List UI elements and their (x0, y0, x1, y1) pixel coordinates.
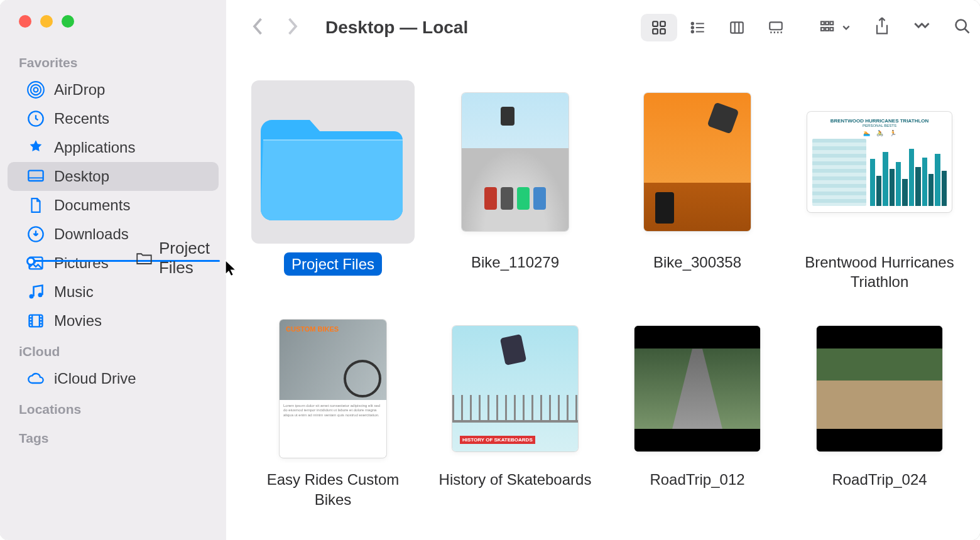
sidebar: Favorites AirDrop Recents Applications D… (0, 0, 226, 540)
file-item-image[interactable]: Bike_300358 (616, 80, 779, 291)
file-label: Bike_110279 (471, 252, 559, 272)
doc-title: BRENTWOOD HURRICANES TRIATHLON (812, 118, 947, 124)
sidebar-item-documents[interactable]: Documents (8, 191, 219, 220)
sidebar-item-icloud-drive[interactable]: iCloud Drive (8, 364, 219, 393)
svg-rect-16 (731, 22, 743, 33)
file-item-video[interactable]: RoadTrip_024 (798, 316, 961, 509)
sidebar-item-label: Applications (54, 139, 135, 156)
image-thumbnail (616, 80, 779, 244)
image-thumbnail: HISTORY OF SKATEBOARDS (433, 316, 597, 461)
file-item-document[interactable]: BRENTWOOD HURRICANES TRIATHLON PERSONAL … (798, 80, 961, 291)
svg-rect-4 (28, 171, 43, 181)
close-button[interactable] (19, 15, 31, 28)
svg-rect-12 (660, 29, 665, 34)
svg-point-24 (956, 20, 966, 30)
svg-rect-23 (830, 28, 833, 31)
file-label: Brentwood Hurricanes Triathlon (798, 252, 961, 291)
svg-rect-9 (653, 21, 658, 26)
sidebar-item-label: AirDrop (54, 81, 105, 99)
sidebar-item-airdrop[interactable]: AirDrop (8, 75, 219, 104)
video-thumbnail (798, 316, 961, 461)
document-icon (26, 196, 45, 215)
view-switcher (638, 11, 797, 44)
svg-rect-20 (830, 21, 833, 24)
svg-rect-17 (770, 22, 782, 30)
airdrop-icon (26, 80, 45, 99)
main-area: Desktop — Local (226, 0, 980, 540)
sidebar-section-icloud: iCloud (0, 335, 226, 364)
view-list-button[interactable] (680, 14, 716, 41)
nav-arrows (251, 17, 299, 38)
file-item-image[interactable]: CUSTOM BIKES Lorem ipsum dolor sit amet … (251, 316, 415, 509)
file-item-image[interactable]: Bike_110279 (433, 80, 597, 291)
sidebar-item-label: Documents (54, 197, 130, 214)
svg-point-0 (34, 88, 38, 92)
image-thumbnail: CUSTOM BIKES Lorem ipsum dolor sit amet … (251, 316, 415, 461)
svg-point-14 (692, 26, 694, 28)
group-button[interactable] (819, 20, 851, 35)
toolbar: Desktop — Local (226, 0, 980, 55)
sidebar-item-label: Recents (54, 110, 109, 127)
sidebar-section-locations: Locations (0, 393, 226, 422)
file-label: Project Files (284, 252, 382, 276)
cursor-icon (224, 259, 240, 278)
window-title: Desktop — Local (325, 18, 468, 38)
music-icon (26, 283, 45, 301)
doc-subtitle: PERSONAL BESTS (812, 124, 947, 127)
svg-rect-19 (825, 21, 829, 24)
video-thumbnail (616, 316, 779, 461)
svg-rect-22 (825, 28, 829, 31)
svg-rect-11 (653, 29, 658, 34)
desktop-icon (26, 167, 45, 186)
back-button[interactable] (251, 17, 265, 38)
drag-ghost: Project Files (136, 239, 226, 278)
sidebar-item-label: Movies (54, 312, 102, 330)
window-controls (0, 15, 226, 28)
image-thumbnail (433, 80, 597, 244)
toolbar-right (819, 16, 971, 39)
file-label: RoadTrip_012 (650, 470, 744, 489)
svg-rect-10 (660, 21, 665, 26)
zoom-button[interactable] (62, 15, 74, 28)
folder-icon (251, 80, 415, 244)
file-label: Easy Rides Custom Bikes (251, 470, 415, 509)
svg-point-1 (31, 85, 41, 95)
svg-rect-18 (821, 21, 824, 24)
applications-icon (26, 138, 45, 157)
sidebar-section-tags: Tags (0, 422, 226, 451)
chevron-down-icon (842, 23, 851, 32)
file-item-folder[interactable]: Project Files (251, 80, 415, 291)
sidebar-item-movies[interactable]: Movies (8, 306, 219, 335)
file-item-image[interactable]: HISTORY OF SKATEBOARDS History of Skateb… (433, 316, 597, 509)
svg-point-13 (692, 23, 694, 24)
sidebar-item-label: Downloads (54, 225, 129, 243)
finder-window: Favorites AirDrop Recents Applications D… (0, 0, 980, 540)
download-icon (26, 225, 45, 244)
sidebar-item-label: iCloud Drive (54, 370, 136, 387)
share-button[interactable] (873, 16, 891, 39)
sidebar-item-label: Music (54, 283, 94, 301)
view-columns-button[interactable] (719, 14, 755, 41)
sidebar-item-applications[interactable]: Applications (8, 133, 219, 162)
svg-rect-21 (821, 28, 824, 31)
search-button[interactable] (954, 18, 971, 38)
forward-button[interactable] (285, 17, 299, 38)
minimize-button[interactable] (40, 15, 53, 28)
file-label: History of Skateboards (439, 470, 592, 489)
sidebar-item-recents[interactable]: Recents (8, 104, 219, 133)
sidebar-item-music[interactable]: Music (8, 278, 219, 306)
sidebar-item-label: Desktop (54, 168, 109, 185)
clock-icon (26, 109, 45, 128)
file-grid: Project Files Bike (226, 55, 980, 540)
file-label: RoadTrip_024 (832, 470, 927, 489)
folder-outline-icon (136, 249, 153, 267)
more-button[interactable] (913, 21, 931, 35)
sidebar-item-label: Pictures (54, 254, 109, 272)
view-icons-button[interactable] (641, 14, 677, 41)
file-item-video[interactable]: RoadTrip_012 (616, 316, 779, 509)
sidebar-item-desktop[interactable]: Desktop (8, 162, 219, 191)
document-thumbnail: BRENTWOOD HURRICANES TRIATHLON PERSONAL … (798, 80, 961, 244)
drag-ghost-label: Project Files (159, 239, 226, 278)
file-label: Bike_300358 (653, 252, 741, 272)
view-gallery-button[interactable] (758, 14, 794, 41)
